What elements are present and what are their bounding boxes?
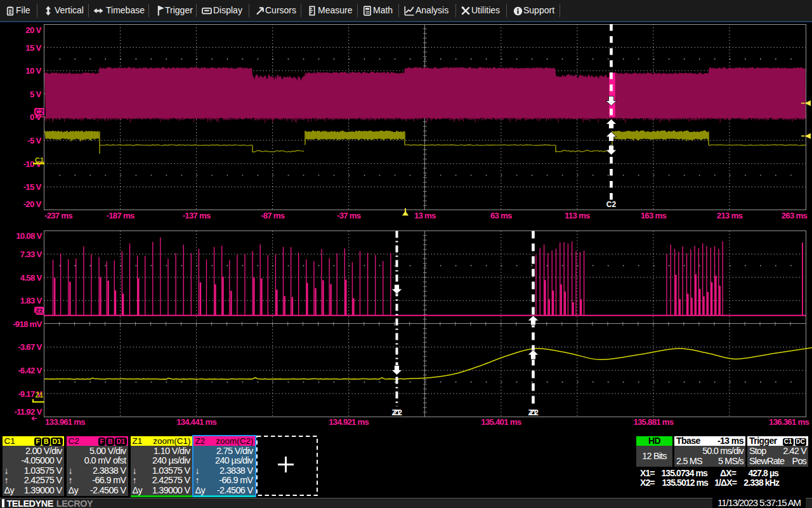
svg-text:10.08 V: 10.08 V — [16, 231, 42, 241]
svg-text:-37 ms: -37 ms — [337, 211, 361, 220]
svg-text:-5 V: -5 V — [27, 136, 41, 145]
svg-text:134.921 ms: 134.921 ms — [329, 417, 369, 427]
svg-text:134.441 ms: 134.441 ms — [176, 417, 216, 427]
svg-text:-11.92 V: -11.92 V — [14, 407, 42, 417]
svg-text:-237 ms: -237 ms — [44, 211, 72, 220]
svg-text:1.83 V: 1.83 V — [20, 296, 43, 305]
svg-text:Z2: Z2 — [530, 408, 539, 417]
svg-text:135.881 ms: 135.881 ms — [633, 417, 673, 427]
svg-text:136.361 ms: 136.361 ms — [769, 417, 809, 427]
svg-text:5 V: 5 V — [30, 90, 41, 99]
svg-text:-137 ms: -137 ms — [183, 211, 211, 220]
svg-text:C1: C1 — [35, 156, 44, 164]
svg-text:C2: C2 — [606, 200, 617, 209]
svg-text:63 ms: 63 ms — [490, 211, 512, 220]
svg-text:113 ms: 113 ms — [565, 211, 590, 220]
svg-text:213 ms: 213 ms — [717, 211, 743, 220]
svg-text:133.961 ms: 133.961 ms — [45, 417, 85, 427]
svg-text:-15 V: -15 V — [23, 182, 42, 192]
svg-text:-6.42 V: -6.42 V — [18, 366, 42, 375]
svg-text:-187 ms: -187 ms — [107, 211, 134, 220]
svg-text:C2: C2 — [36, 109, 44, 116]
svg-text:-20 V: -20 V — [23, 199, 42, 209]
svg-text:-918 mV: -918 mV — [13, 319, 42, 329]
svg-text:Z1: Z1 — [36, 391, 44, 399]
svg-text:135.401 ms: 135.401 ms — [481, 417, 521, 427]
svg-text:13 ms: 13 ms — [414, 211, 436, 220]
svg-text:10 V: 10 V — [25, 66, 41, 76]
svg-text:-3.67 V: -3.67 V — [18, 342, 42, 352]
svg-text:20 V: 20 V — [25, 25, 41, 35]
svg-text:263 ms: 263 ms — [782, 211, 808, 220]
svg-text:4.58 V: 4.58 V — [20, 273, 43, 283]
svg-text:15 V: 15 V — [25, 43, 41, 53]
svg-text:Z2: Z2 — [393, 408, 402, 417]
svg-text:Z2: Z2 — [36, 307, 43, 314]
svg-text:-87 ms: -87 ms — [261, 211, 285, 220]
svg-text:163 ms: 163 ms — [641, 211, 667, 220]
svg-text:7.33 V: 7.33 V — [20, 250, 43, 259]
